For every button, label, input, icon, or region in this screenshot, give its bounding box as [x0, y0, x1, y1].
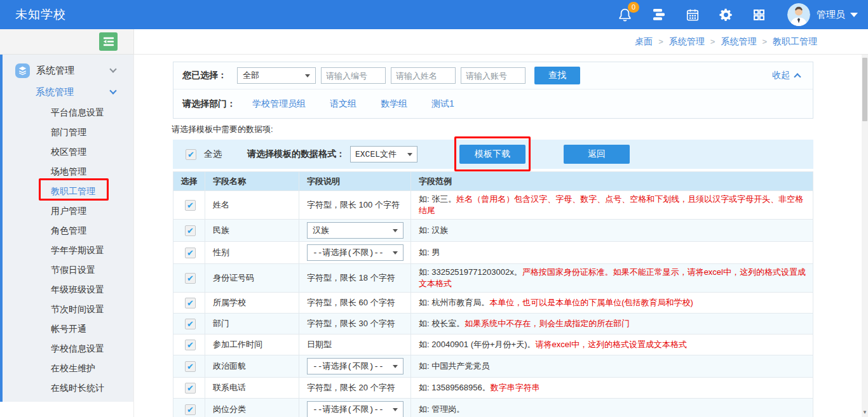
collapse-menu-icon [103, 37, 114, 46]
sidebar-item-4[interactable]: 场地管理 [3, 162, 133, 182]
field-desc-select[interactable]: --请选择(不限)-- [307, 244, 403, 261]
example-plain-text: 如: 汉族 [419, 225, 448, 235]
field-desc-cell: --请选择(不限)-- [299, 399, 411, 417]
example-note-text: 本单位，也可以是本单位的下属单位(包括教育局和学校) [489, 298, 693, 307]
sidebar-item-13[interactable]: 学校信息设置 [3, 339, 133, 359]
chevron-down-icon [305, 74, 310, 77]
row-checkbox[interactable]: ✔ [185, 340, 196, 350]
breadcrumb-item[interactable]: 系统管理 [669, 36, 705, 48]
table-row: ✔民族汉族如: 汉族 [173, 220, 813, 242]
scrollbar-thumb[interactable] [862, 58, 867, 121]
field-desc-select[interactable]: --请选择(不限)-- [307, 401, 403, 417]
sidebar-submenu-item[interactable]: 系统管理 [3, 81, 133, 103]
field-desc-select[interactable]: --请选择(不限)-- [307, 358, 403, 374]
field-name-cell: 身份证号码 [205, 264, 299, 293]
sidebar-item-5[interactable]: 教职工管理 [3, 182, 133, 201]
sidebar-item-1[interactable]: 平台信息设置 [3, 103, 133, 122]
sidebar-toggle-button[interactable] [99, 32, 118, 51]
example-plain-text: 如: 男 [419, 248, 440, 257]
fields-table-body: ✔姓名字符型，限长 100 个字符如: 张三。姓名（曾用名）包含汉字、字母、数字… [173, 191, 813, 417]
account-input[interactable] [461, 67, 526, 84]
collapse-toggle[interactable]: 收起 [772, 70, 806, 81]
sidebar-item-12[interactable]: 帐号开通 [3, 319, 133, 339]
back-button[interactable]: 返回 [564, 145, 630, 164]
sidebar-item-14[interactable]: 在校生维护 [3, 359, 133, 378]
field-example-cell: 如: 杭州市教育局。本单位，也可以是本单位的下属单位(包括教育局和学校) [411, 293, 813, 314]
apps-grid-icon[interactable] [752, 8, 766, 22]
breadcrumb-separator: > [710, 37, 715, 46]
row-checkbox[interactable]: ✔ [185, 298, 196, 308]
field-example-cell: 如: 汉族 [411, 220, 813, 242]
table-row: ✔姓名字符型，限长 100 个字符如: 张三。姓名（曾用名）包含汉字、字母、数字… [173, 191, 813, 220]
table-header-row: 选择 字段名称 字段说明 字段范例 [173, 172, 813, 191]
table-row: ✔所属学校字符型，限长 60 个字符如: 杭州市教育局。本单位，也可以是本单位的… [173, 293, 813, 314]
row-checkbox[interactable]: ✔ [185, 273, 196, 284]
format-select[interactable]: EXCEL文件 [350, 146, 417, 162]
search-button[interactable]: 查找 [534, 67, 580, 84]
field-desc-select-value: --请选择(不限)-- [313, 361, 384, 372]
example-plain-text: 如: 校长室。 [419, 319, 465, 328]
department-link[interactable]: 数学组 [381, 98, 407, 109]
chevron-down-icon [393, 365, 398, 368]
row-checkbox[interactable]: ✔ [185, 225, 196, 236]
sidebar-item-8[interactable]: 学年学期设置 [3, 241, 133, 260]
server-list-icon[interactable] [651, 8, 667, 22]
sidebar-item-11[interactable]: 节次时间设置 [3, 300, 133, 319]
sidebar-item-6[interactable]: 用户管理 [3, 201, 133, 221]
sidebar: 系统管理 系统管理 平台信息设置部门管理校区管理场地管理教职工管理用户管理角色管… [0, 55, 134, 417]
sidebar-item-3[interactable]: 校区管理 [3, 142, 133, 162]
selected-label: 您已选择： [182, 70, 227, 81]
sidebar-menu: 系统管理 系统管理 平台信息设置部门管理校区管理场地管理教职工管理用户管理角色管… [0, 55, 133, 402]
user-menu[interactable]: 管理员 [817, 9, 858, 21]
sidebar-item-2[interactable]: 部门管理 [3, 122, 133, 142]
filter-panel: 您已选择： 全部 查找 收起 请选择部门： 学校管 [173, 62, 813, 119]
notification-bell-icon[interactable]: 0 [618, 7, 632, 23]
scope-select[interactable]: 全部 [237, 67, 316, 84]
field-desc-select[interactable]: 汉族 [307, 222, 403, 239]
example-note-text: 姓名（曾用名）包含汉字、字母、数字、点号、空格和下划线，且须以汉字或字母开头、非… [419, 194, 803, 215]
select-all-checkbox[interactable]: ✔ [186, 149, 196, 160]
example-note-text: 如果系统中不存在，则会生成指定的所在部门 [465, 319, 630, 328]
name-input[interactable] [391, 67, 456, 84]
department-link[interactable]: 学校管理员组 [252, 98, 306, 109]
field-desc-select-value: 汉族 [313, 225, 329, 236]
header-field-example: 字段范例 [411, 172, 813, 191]
table-row: ✔部门字符型，限长 30 个字符如: 校长室。如果系统中不存在，则会生成指定的所… [173, 314, 813, 334]
sidebar-item-7[interactable]: 角色管理 [3, 221, 133, 241]
scrollbar-down-arrow[interactable]: ▼ [862, 408, 868, 416]
breadcrumb-item[interactable]: 系统管理 [721, 36, 756, 48]
gear-icon[interactable] [719, 8, 733, 22]
chevron-down-icon [407, 153, 412, 156]
breadcrumb-item[interactable]: 教职工管理 [773, 36, 817, 48]
calendar-icon[interactable] [686, 8, 700, 22]
field-name-cell: 岗位分类 [205, 399, 299, 417]
header-field-desc: 字段说明 [299, 172, 411, 191]
id-input[interactable] [321, 67, 386, 84]
chevron-down-icon [109, 65, 116, 72]
sidebar-item-9[interactable]: 节假日设置 [3, 260, 133, 280]
vertical-scrollbar: ▼ [862, 55, 868, 417]
user-avatar[interactable] [787, 3, 810, 26]
row-checkbox[interactable]: ✔ [185, 404, 196, 415]
sidebar-item-10[interactable]: 年级班级设置 [3, 280, 133, 300]
field-example-cell: 如: 33252519771203002x。严格按国家身份证标准。如果不能正常显… [411, 264, 813, 293]
chevron-down-icon [393, 251, 398, 255]
breadcrumb-item[interactable]: 桌面 [635, 36, 653, 48]
field-example-cell: 如: 中国共产党党员 [411, 355, 813, 378]
example-note-text: 数字串字符串 [491, 383, 540, 392]
row-checkbox[interactable]: ✔ [185, 319, 196, 329]
row-checkbox[interactable]: ✔ [185, 361, 196, 372]
template-toolbar: ✔ 全选 请选择模板的数据格式： EXCEL文件 模板下载 返回 [173, 140, 813, 169]
row-checkbox[interactable]: ✔ [185, 383, 196, 394]
table-row: ✔参加工作时间日期型如: 20040901 (年份+月份+天)。请将excel中… [173, 334, 813, 355]
department-link[interactable]: 语文组 [330, 98, 356, 109]
department-link[interactable]: 测试1 [431, 98, 454, 109]
row-checkbox[interactable]: ✔ [185, 200, 196, 211]
sidebar-root-item[interactable]: 系统管理 [3, 60, 133, 81]
subbar-left [0, 29, 134, 55]
field-example-cell: 如: 管理岗。 [411, 399, 813, 417]
sidebar-item-15[interactable]: 在线时长统计 [3, 378, 133, 398]
field-name-cell: 所属学校 [205, 293, 299, 314]
row-checkbox[interactable]: ✔ [185, 248, 196, 258]
template-download-button[interactable]: 模板下载 [459, 145, 526, 164]
